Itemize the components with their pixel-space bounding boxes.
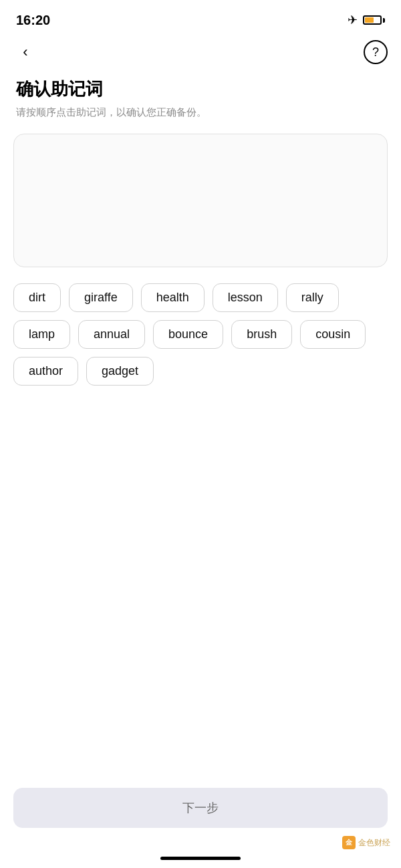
- word-chip-dirt[interactable]: dirt: [13, 283, 61, 312]
- status-bar: 16:20 ✈: [0, 0, 401, 37]
- nav-bar: ‹ ?: [0, 37, 401, 72]
- word-chip-gadget[interactable]: gadget: [86, 357, 154, 386]
- help-button[interactable]: ?: [364, 40, 388, 64]
- word-chip-annual[interactable]: annual: [78, 320, 145, 349]
- word-chip-giraffe[interactable]: giraffe: [69, 283, 133, 312]
- next-button[interactable]: 下一步: [13, 788, 388, 828]
- word-chip-rally[interactable]: rally: [286, 283, 339, 312]
- word-chip-brush[interactable]: brush: [231, 320, 292, 349]
- word-chip-bounce[interactable]: bounce: [153, 320, 223, 349]
- bottom-area: 下一步: [13, 788, 388, 828]
- home-indicator: [160, 857, 241, 860]
- words-container: dirtgiraffehealthlessonrallylampannualbo…: [0, 283, 401, 386]
- back-button[interactable]: ‹: [13, 40, 37, 64]
- word-chip-health[interactable]: health: [141, 283, 205, 312]
- status-time: 16:20: [16, 13, 50, 28]
- word-chip-lamp[interactable]: lamp: [13, 320, 70, 349]
- battery-body: [363, 15, 382, 25]
- airplane-icon: ✈: [348, 13, 358, 27]
- answer-area[interactable]: [13, 134, 388, 267]
- page-title: 确认助记词: [16, 78, 385, 101]
- battery-icon: [363, 15, 385, 25]
- status-icons: ✈: [348, 13, 385, 27]
- word-chip-lesson[interactable]: lesson: [213, 283, 278, 312]
- page-subtitle: 请按顺序点击助记词，以确认您正确备份。: [16, 105, 385, 120]
- battery-fill: [365, 17, 374, 23]
- watermark-icon: 金: [342, 836, 356, 849]
- watermark-text: 金色财经: [358, 837, 390, 849]
- word-chip-cousin[interactable]: cousin: [300, 320, 366, 349]
- word-chip-author[interactable]: author: [13, 357, 78, 386]
- header: 确认助记词 请按顺序点击助记词，以确认您正确备份。: [0, 72, 401, 134]
- battery-tip: [383, 18, 385, 23]
- watermark: 金 金色财经: [342, 836, 390, 849]
